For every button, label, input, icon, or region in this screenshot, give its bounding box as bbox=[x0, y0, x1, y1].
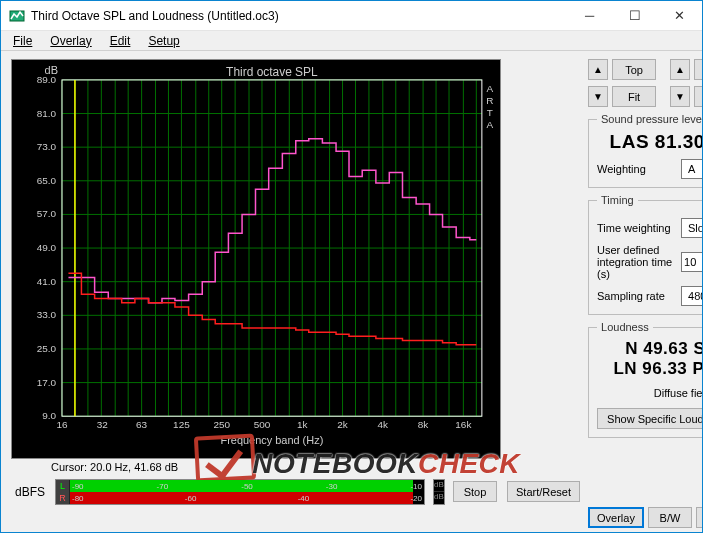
svg-text:25.0: 25.0 bbox=[37, 343, 57, 354]
range-down-button[interactable]: ▼ bbox=[670, 86, 690, 107]
svg-text:65.0: 65.0 bbox=[37, 175, 57, 186]
window-title: Third Octave SPL and Loudness (Untitled.… bbox=[31, 9, 567, 23]
svg-rect-1 bbox=[12, 60, 500, 458]
svg-text:32: 32 bbox=[97, 419, 109, 430]
range-up-button[interactable]: ▲ bbox=[670, 59, 690, 80]
menubar: File Overlay Edit Setup bbox=[1, 31, 702, 51]
overlay-button[interactable]: Overlay bbox=[588, 507, 644, 528]
window-close-button[interactable]: ✕ bbox=[657, 1, 702, 30]
spl-readout: LAS 81.30 dB bbox=[597, 131, 703, 153]
scroll-up-button[interactable]: ▲ bbox=[588, 59, 608, 80]
svg-text:dB: dB bbox=[45, 64, 58, 76]
window-minimize-button[interactable]: ─ bbox=[567, 1, 612, 30]
loudness-sone: N 49.63 Sone bbox=[597, 339, 703, 359]
svg-text:Frequency band (Hz): Frequency band (Hz) bbox=[221, 434, 324, 446]
integration-time-label: User defined integration time (s) bbox=[597, 244, 675, 280]
copy-button[interactable]: Copy bbox=[696, 507, 703, 528]
timing-legend: Timing bbox=[597, 194, 638, 206]
svg-text:81.0: 81.0 bbox=[37, 108, 57, 119]
svg-text:49.0: 49.0 bbox=[37, 242, 57, 253]
sampling-rate-select[interactable]: 48000 bbox=[681, 286, 703, 306]
svg-text:250: 250 bbox=[213, 419, 230, 430]
stop-button[interactable]: Stop bbox=[453, 481, 497, 502]
svg-text:8k: 8k bbox=[418, 419, 429, 430]
integration-time-input[interactable] bbox=[681, 252, 703, 272]
svg-text:2k: 2k bbox=[337, 419, 348, 430]
svg-text:T: T bbox=[487, 107, 493, 118]
svg-text:57.0: 57.0 bbox=[37, 208, 57, 219]
time-weighting-select[interactable]: Slow bbox=[681, 218, 703, 238]
bw-button[interactable]: B/W bbox=[648, 507, 692, 528]
spl-group: Sound pressure level LAS 81.30 dB Weight… bbox=[588, 113, 703, 188]
menu-setup[interactable]: Setup bbox=[140, 33, 187, 49]
menu-edit[interactable]: Edit bbox=[102, 33, 139, 49]
svg-text:17.0: 17.0 bbox=[37, 377, 57, 388]
weighting-label: Weighting bbox=[597, 163, 646, 175]
scroll-down-button[interactable]: ▼ bbox=[588, 86, 608, 107]
loudness-group: Loudness N 49.63 Sone LN 96.33 Phon Diff… bbox=[588, 321, 703, 438]
time-weighting-label: Time weighting bbox=[597, 222, 671, 234]
meter-end-box: dB dB bbox=[433, 479, 445, 505]
chart-canvas: 9.017.025.033.041.049.057.065.073.081.08… bbox=[12, 60, 500, 458]
window-titlebar: Third Octave SPL and Loudness (Untitled.… bbox=[1, 1, 702, 31]
svg-text:4k: 4k bbox=[378, 419, 389, 430]
sampling-rate-label: Sampling rate bbox=[597, 290, 665, 302]
show-specific-loudness-button[interactable]: Show Specific Loudness bbox=[597, 408, 703, 429]
svg-text:16: 16 bbox=[56, 419, 68, 430]
start-reset-button[interactable]: Start/Reset bbox=[507, 481, 580, 502]
svg-text:9.0: 9.0 bbox=[42, 410, 56, 421]
top-button[interactable]: Top bbox=[612, 59, 656, 80]
range-button[interactable]: Range bbox=[694, 59, 703, 80]
spl-chart[interactable]: 9.017.025.033.041.049.057.065.073.081.08… bbox=[11, 59, 501, 459]
diffuse-field-label: Diffuse field bbox=[654, 387, 703, 399]
svg-text:500: 500 bbox=[254, 419, 271, 430]
spl-legend: Sound pressure level bbox=[597, 113, 703, 125]
svg-text:A: A bbox=[487, 119, 494, 130]
svg-text:16k: 16k bbox=[455, 419, 471, 430]
svg-text:1k: 1k bbox=[297, 419, 308, 430]
cursor-readout: Cursor: 20.0 Hz, 41.68 dB bbox=[11, 459, 580, 477]
svg-text:R: R bbox=[486, 95, 493, 106]
fit-button[interactable]: Fit bbox=[612, 86, 656, 107]
weighting-select[interactable]: A bbox=[681, 159, 703, 179]
set-button[interactable]: Set bbox=[694, 86, 703, 107]
svg-text:63: 63 bbox=[136, 419, 148, 430]
loudness-legend: Loudness bbox=[597, 321, 653, 333]
svg-text:33.0: 33.0 bbox=[37, 309, 57, 320]
timing-group: Timing Time weighting Slow User defined … bbox=[588, 194, 703, 315]
dbfs-label: dBFS bbox=[15, 485, 49, 499]
menu-file[interactable]: File bbox=[5, 33, 40, 49]
svg-text:41.0: 41.0 bbox=[37, 276, 57, 287]
svg-text:A: A bbox=[487, 83, 494, 94]
loudness-phon: LN 96.33 Phon bbox=[597, 359, 703, 379]
level-meters: L -90-70-50-30-10 R -80-60-40-20 bbox=[55, 479, 425, 505]
menu-overlay[interactable]: Overlay bbox=[42, 33, 99, 49]
meter-left-tag: L bbox=[56, 480, 70, 492]
app-icon bbox=[9, 8, 25, 24]
svg-text:73.0: 73.0 bbox=[37, 141, 57, 152]
meter-right-tag: R bbox=[56, 492, 70, 504]
window-maximize-button[interactable]: ☐ bbox=[612, 1, 657, 30]
svg-text:125: 125 bbox=[173, 419, 190, 430]
svg-text:Third octave SPL: Third octave SPL bbox=[226, 65, 318, 79]
